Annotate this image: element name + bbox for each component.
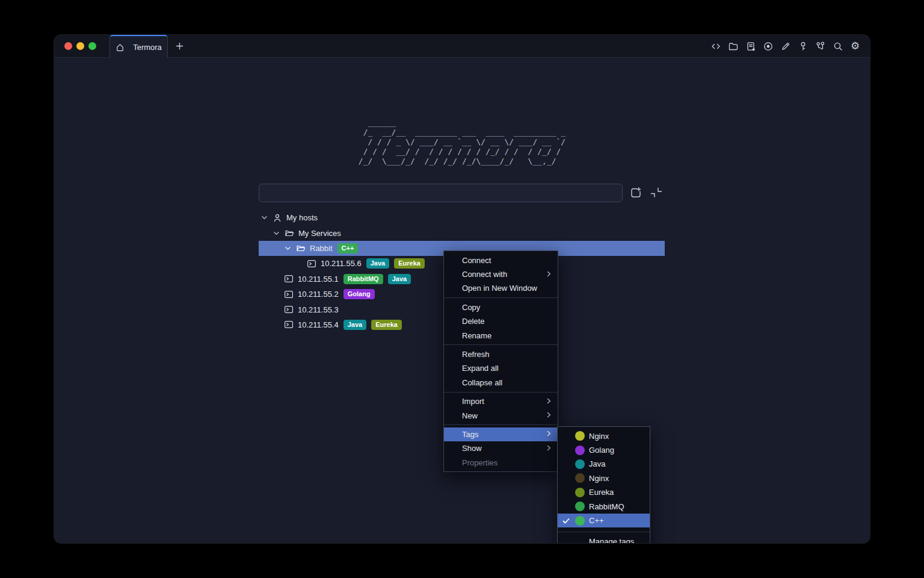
tag-option-eureka[interactable]: Eureka	[558, 485, 650, 499]
add-host-icon[interactable]	[629, 186, 642, 199]
record-icon[interactable]	[762, 40, 774, 52]
submenu-arrow-icon	[546, 397, 552, 406]
terminal-host-icon	[284, 320, 294, 329]
host-filter-input[interactable]	[259, 184, 623, 202]
tag-badge: Java	[388, 274, 411, 284]
menu-item-connect[interactable]: Connect	[444, 253, 558, 267]
tag-color-dot	[575, 516, 585, 526]
chevron-down-icon[interactable]	[260, 214, 268, 222]
menu-item-expand-all[interactable]: Expand all	[444, 361, 558, 375]
chevron-down-icon[interactable]	[284, 244, 292, 252]
toolbar-right: ⚙	[710, 35, 870, 57]
menu-item-collapse-all[interactable]: Collapse all	[444, 376, 558, 390]
tag-color-dot	[575, 488, 585, 497]
menu-item-open-in-new-window[interactable]: Open in New Window	[444, 281, 558, 295]
tag-color-dot	[575, 431, 585, 441]
tags-submenu: Nginx Golang Java Nginx	[557, 426, 650, 543]
terminal-host-icon	[307, 259, 316, 269]
tag-color-dot	[575, 502, 585, 511]
tag-badge: Java	[366, 258, 389, 269]
chevron-down-icon[interactable]	[273, 229, 280, 237]
user-icon	[273, 213, 282, 223]
tree-label: My Services	[298, 229, 341, 238]
tag-badge: RabbitMQ	[343, 274, 383, 284]
title-bar: Termora	[54, 35, 870, 58]
welcome-view: ______ /_ __/__ _________ ___ ____ _____…	[54, 58, 870, 543]
tag-color-dot	[575, 459, 585, 469]
new-tab-button[interactable]	[168, 35, 191, 57]
menu-item-connect-with[interactable]: Connect with	[444, 267, 558, 281]
submenu-arrow-icon	[546, 411, 552, 420]
terminal-host-icon	[284, 274, 294, 284]
log-icon[interactable]	[745, 40, 756, 52]
collapse-all-icon[interactable]	[650, 186, 663, 199]
menu-item-rename[interactable]: Rename	[444, 328, 558, 342]
home-icon	[116, 43, 125, 52]
tag-badge: C++	[337, 243, 359, 253]
search-icon[interactable]	[832, 40, 843, 52]
tree-row-my-services[interactable]: My Services	[259, 225, 665, 240]
tag-badge: Eureka	[371, 320, 402, 330]
minimize-window-button[interactable]	[76, 42, 84, 50]
menu-separator	[558, 532, 650, 532]
settings-gear-icon[interactable]: ⚙	[849, 40, 861, 52]
menu-item-show[interactable]: Show	[444, 441, 558, 455]
menu-item-new[interactable]: New	[444, 408, 558, 422]
tree-label: 10.211.55.2	[298, 290, 339, 299]
tag-option-java[interactable]: Java	[558, 457, 650, 471]
folder-icon[interactable]	[727, 40, 739, 52]
menu-item-tags[interactable]: Tags	[444, 427, 558, 441]
tree-label: 10.211.55.1	[298, 275, 339, 284]
tree-label: My hosts	[286, 213, 318, 222]
submenu-arrow-icon	[546, 270, 552, 279]
checkmark-icon	[562, 517, 570, 525]
termora-ascii-logo: ______ /_ __/__ _________ ___ ____ _____…	[359, 118, 565, 166]
keychain-icon[interactable]	[815, 40, 826, 52]
folder-open-icon	[285, 228, 294, 238]
tree-label: 10.211.55.4	[298, 320, 339, 329]
terminal-host-icon	[284, 290, 294, 299]
tag-option-golang[interactable]: Golang	[558, 443, 650, 457]
folder-open-icon	[296, 243, 306, 253]
tag-color-dot	[575, 446, 585, 455]
submenu-arrow-icon	[546, 444, 552, 453]
tag-badge: Java	[343, 320, 366, 330]
terminal-host-icon	[284, 305, 294, 314]
key-icon[interactable]	[797, 40, 808, 52]
close-window-button[interactable]	[64, 42, 72, 50]
tab-title: Termora	[133, 43, 162, 52]
traffic-lights	[54, 35, 109, 57]
edit-icon[interactable]	[780, 40, 791, 52]
tag-option-cpp[interactable]: C++	[558, 514, 650, 527]
tag-option-nginx-2[interactable]: Nginx	[558, 471, 650, 485]
context-menu: Connect Connect with Open in New Window …	[443, 250, 558, 472]
tag-badge: Eureka	[394, 258, 425, 269]
tree-label: 10.211.55.3	[298, 305, 339, 314]
menu-item-import[interactable]: Import	[444, 394, 558, 408]
zoom-window-button[interactable]	[88, 42, 96, 50]
tag-badge: Golang	[343, 289, 375, 299]
menu-item-properties: Properties	[444, 456, 558, 470]
app-window: Termora	[54, 35, 870, 543]
submenu-arrow-icon	[546, 430, 552, 439]
tree-label: 10.211.55.6	[321, 259, 362, 268]
tag-option-rabbitmq[interactable]: RabbitMQ	[558, 499, 650, 513]
tag-option-nginx[interactable]: Nginx	[558, 429, 650, 443]
manage-tags-button[interactable]: Manage tags	[558, 535, 650, 543]
tag-color-dot	[575, 473, 585, 483]
menu-item-delete[interactable]: Delete	[444, 314, 558, 328]
tree-row-my-hosts[interactable]: My hosts	[259, 210, 665, 225]
menu-item-copy[interactable]: Copy	[444, 300, 558, 314]
code-icon[interactable]	[710, 40, 721, 52]
tree-label: Rabbit	[310, 244, 333, 253]
menu-item-refresh[interactable]: Refresh	[444, 347, 558, 361]
tab-termora[interactable]: Termora	[109, 35, 168, 58]
